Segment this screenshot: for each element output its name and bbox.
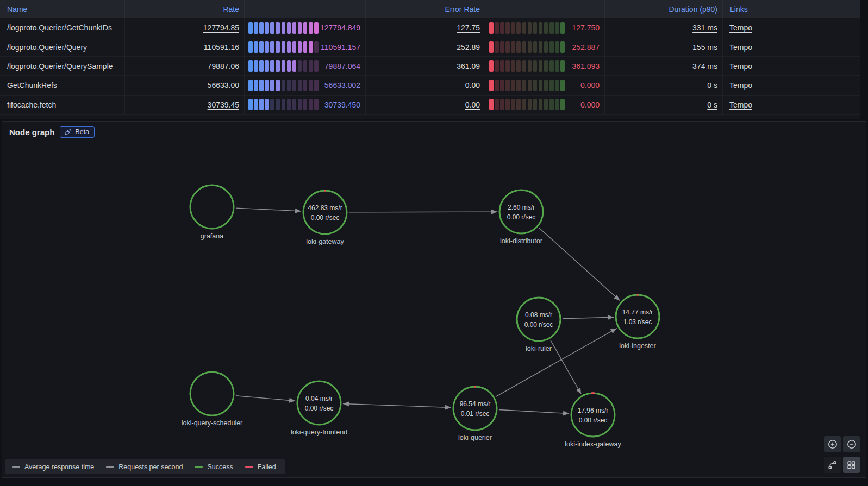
links-cell: Tempo <box>723 37 860 56</box>
tempo-link[interactable]: Tempo <box>729 62 752 71</box>
duration-link[interactable]: 0 s <box>707 100 717 109</box>
col-header-name[interactable]: Name <box>0 0 125 18</box>
legend-swatch <box>12 466 20 468</box>
node-loki-ruler[interactable]: 0.08 ms/r0.00 r/secloki-ruler <box>517 298 560 352</box>
node-loki-ingester[interactable]: 14.77 ms/r1.03 r/secloki-ingester <box>616 295 659 350</box>
node-stat-line2: 0.00 r/sec <box>305 405 334 412</box>
beta-badge[interactable]: Beta <box>60 126 95 138</box>
rate-value-link[interactable]: 110591.16 <box>204 43 239 52</box>
error-gauge-cell: 0.000 <box>485 76 605 94</box>
tempo-link[interactable]: Tempo <box>729 43 752 52</box>
edge-loki-querier-to-loki-ingester[interactable] <box>496 329 616 397</box>
grid-layout-button[interactable] <box>843 457 860 473</box>
gauge-segment <box>276 99 280 110</box>
gauge-segment <box>489 99 494 110</box>
gauge-segment <box>287 60 291 72</box>
node-grafana[interactable]: grafana <box>190 185 234 240</box>
node-loki-gateway[interactable]: 462.83 ms/r0.00 r/secloki-gateway <box>303 191 347 245</box>
edge-loki-gateway-to-loki-distributor[interactable] <box>349 212 497 212</box>
gauge-segment <box>298 22 302 34</box>
hierarchy-layout-button[interactable] <box>824 457 841 473</box>
rate-gauge <box>248 99 319 110</box>
rate-value-link[interactable]: 30739.45 <box>208 100 239 109</box>
gauge-segment <box>505 22 510 34</box>
duration-link[interactable]: 374 ms <box>692 62 717 71</box>
links-cell: Tempo <box>723 18 860 37</box>
gauge-segment <box>489 80 494 91</box>
edge-loki-querier-to-loki-query-frontend[interactable] <box>343 404 451 408</box>
error-gauge-value: 361.093 <box>572 62 600 71</box>
error-rate-link[interactable]: 252.89 <box>457 43 480 52</box>
gauge-segment <box>511 22 515 34</box>
duration-link[interactable]: 0 s <box>707 81 717 90</box>
gauge-segment <box>265 80 269 91</box>
gauge-segment <box>505 41 510 53</box>
gauge-segment <box>522 60 527 72</box>
gauge-segment <box>270 99 274 110</box>
duration-cell: 0 s <box>605 76 723 94</box>
edge-loki-querier-to-loki-index-gateway[interactable] <box>499 409 569 413</box>
col-header-rate[interactable]: Rate <box>125 0 245 18</box>
error-rate-link[interactable]: 0.00 <box>465 100 480 109</box>
gauge-segment <box>495 60 499 72</box>
table-header-row: Name Rate Error Rate Duration (p90) Link… <box>0 0 860 18</box>
gauge-segment <box>544 60 548 72</box>
table-body: /logproto.Querier/GetChunkIDs127794.8512… <box>0 18 860 115</box>
gauge-segment <box>314 99 319 110</box>
gauge-segment <box>282 60 286 72</box>
zoom-in-button[interactable] <box>824 436 841 452</box>
gauge-segment <box>560 99 565 110</box>
name-cell: /logproto.Querier/GetChunkIDs <box>0 18 125 37</box>
gauge-segment <box>560 60 565 72</box>
tempo-link[interactable]: Tempo <box>729 81 752 90</box>
gauge-segment <box>500 60 504 72</box>
edge-loki-distributor-to-loki-ingester[interactable] <box>539 228 620 300</box>
node-stat-line1: 14.77 ms/r <box>622 308 653 316</box>
error-rate-cell: 127.75 <box>366 18 485 37</box>
col-header-links[interactable]: Links <box>723 0 860 18</box>
node-stat-line2: 0.00 r/sec <box>311 214 340 222</box>
edge-loki-query-scheduler-to-loki-query-frontend[interactable] <box>236 396 295 401</box>
gauge-segment <box>555 99 559 110</box>
node-loki-query-scheduler[interactable]: loki-query-scheduler <box>182 372 243 427</box>
tempo-link[interactable]: Tempo <box>729 23 752 32</box>
tempo-link[interactable]: Tempo <box>729 100 752 109</box>
gauge-segment <box>254 22 258 34</box>
gauge-segment <box>522 99 527 110</box>
error-rate-link[interactable]: 0.00 <box>465 81 480 90</box>
gauge-segment <box>505 80 510 91</box>
rate-value-link[interactable]: 79887.06 <box>208 62 239 71</box>
error-gauge-cell: 127.750 <box>485 18 605 37</box>
node-success-ring <box>616 295 659 338</box>
error-rate-link[interactable]: 127.75 <box>457 23 480 32</box>
gauge-segment <box>560 22 565 34</box>
rate-value-link[interactable]: 56633.00 <box>208 81 239 90</box>
col-header-duration[interactable]: Duration (p90) <box>605 0 723 18</box>
gauge-segment <box>298 60 302 72</box>
gauge-segment <box>276 41 280 53</box>
gauge-segment <box>287 22 291 34</box>
node-loki-querier[interactable]: 96.54 ms/r0.01 r/secloki-querier <box>453 387 497 441</box>
duration-link[interactable]: 155 ms <box>692 43 717 52</box>
gauge-segment <box>516 41 521 53</box>
links-cell: Tempo <box>723 57 860 75</box>
gauge-segment <box>248 80 253 91</box>
col-header-error-rate[interactable]: Error Rate <box>366 0 485 18</box>
edge-loki-ruler-to-loki-index-gateway[interactable] <box>551 340 582 394</box>
node-label: loki-ingester <box>619 342 655 350</box>
node-loki-distributor[interactable]: 2.60 ms/r0.00 r/secloki-distributor <box>499 190 543 245</box>
node-loki-query-frontend[interactable]: 0.04 ms/r0.00 r/secloki-query-frontend <box>291 381 347 436</box>
edge-grafana-to-loki-gateway[interactable] <box>236 208 301 211</box>
legend-label: Failed <box>258 463 276 471</box>
node-loki-index-gateway[interactable]: 17.96 ms/r0.00 r/secloki-index-gateway <box>565 393 621 448</box>
col-header-rate-gauge <box>245 0 366 18</box>
zoom-out-button[interactable] <box>843 436 860 452</box>
duration-link[interactable]: 331 ms <box>692 23 717 32</box>
gauge-segment <box>539 99 543 110</box>
gauge-segment <box>539 22 543 34</box>
error-rate-link[interactable]: 361.09 <box>457 62 480 71</box>
rate-value-link[interactable]: 127794.85 <box>203 23 239 32</box>
node-graph-canvas[interactable]: grafana462.83 ms/r0.00 r/secloki-gateway… <box>2 122 866 477</box>
edge-loki-ruler-to-loki-ingester[interactable] <box>563 317 614 319</box>
gauge-segment <box>298 41 302 53</box>
